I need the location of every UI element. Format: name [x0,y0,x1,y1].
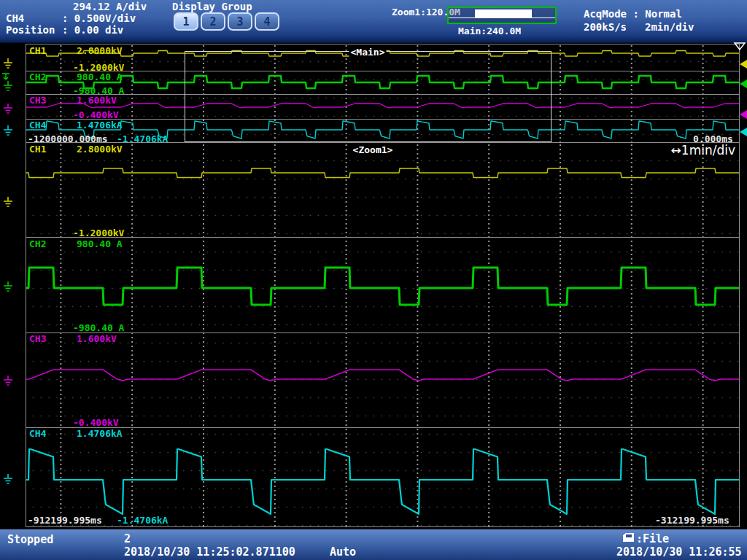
zoom-time-right: -312199.995ms [655,516,729,525]
channel-readout-name: CH4 [6,12,24,24]
zoom-ch2-name: CH2 [29,239,46,249]
main-ch3-bottom: -0.400kV [73,110,119,120]
zoom-ch2-bottom: -980.40 A [73,323,124,332]
trigger-position-arrow-icon[interactable] [733,42,746,51]
trigger-timestamp: 2018/10/30 11:25:02.871100 [124,545,295,559]
position-label: Position [6,24,55,36]
clock: 2018/10/30 11:26:55 [616,545,742,559]
ground-icon-ch3-zoom [2,376,14,386]
ch2-position-marker[interactable] [740,79,747,88]
zoom-timebase: ↔1min/div [671,143,735,158]
main-ch1-top: 2.8000kV [77,46,123,55]
ground-icon-ch4-zoom [2,474,14,485]
channel-scale-secondary: 294.12 A/div [73,1,147,12]
plot-left-border [26,44,26,527]
position-value: : 0.00 div [62,24,123,36]
zoom-bottom-border [26,526,739,527]
ch1-position-marker[interactable] [740,60,747,69]
zoom-sep-2 [26,332,739,333]
zoom-ch4-bottom: -1.4706kA [117,516,168,525]
main-timebase: 2min/div [645,21,694,33]
top-bar: 294.12 A/div CH4 : 0.500V/div Position :… [0,0,747,43]
display-group-title: Display Group [172,1,252,12]
ch4-position-marker[interactable] [740,128,747,136]
main-top-border [26,44,739,44]
zoom-waveforms [26,143,739,526]
zoom-ch1-bottom: -1.2000kV [73,228,124,238]
main-ch4-top: 1.4706kA [77,120,123,130]
scopecorder-screen: 294.12 A/div CH4 : 0.500V/div Position :… [0,0,747,560]
ground-icon-ch1-zoom [2,197,14,208]
zoom-indicator-midline [449,18,555,18]
zoom-ch2-top: 980.40 A [77,239,123,249]
main-view-title: <Main> [349,47,387,58]
main-ch4-name: CH4 [29,120,46,130]
file-label[interactable]: :File [636,532,669,545]
main-time-left: -1200000.000ms [28,134,108,144]
ground-icon-ch1-main [2,58,14,69]
main-length-label: Main:240.0M [458,26,521,36]
zoom-ch4-top: 1.4706kA [77,429,123,438]
display-group-button-1[interactable]: 1 [174,12,198,31]
zoom-ch1-top: 2.8000kV [77,144,123,154]
main-ch3-top: 1.600kV [77,96,117,105]
group-number: 2 [124,532,131,545]
file-icon [622,532,635,542]
zoom-position-indicator[interactable] [447,7,557,24]
ground-icon-ch3-main [2,104,14,114]
zoom-ch1-name: CH1 [29,144,46,154]
zoom-sep-3 [26,427,739,428]
trigger-mode: Auto [330,545,356,559]
zoom-view-title: <Zoom1> [352,144,395,155]
display-group-button-4[interactable]: 4 [255,12,279,31]
zoom-window-bar[interactable] [475,9,532,18]
zoom-ch4-name: CH4 [29,429,46,438]
display-group-button-2[interactable]: 2 [201,12,225,31]
display-group-button-3[interactable]: 3 [228,12,252,31]
zoom-time-left: -912199.995ms [28,516,102,525]
main-ch3-name: CH3 [29,96,46,105]
ch3-position-marker[interactable] [740,110,747,119]
ground-icon-ch4-main [2,125,14,136]
ground-icon-ch2-zoom [2,281,14,292]
ground-icon-ch2-main [2,81,14,92]
zoom-ch3-name: CH3 [29,334,46,343]
acq-mode: AcqMode : Normal [584,8,682,20]
main-ch1-name: CH1 [29,46,46,55]
sample-rate: 200kS/s [584,21,627,33]
zoom-sep-1 [26,237,739,238]
status-bar: Stopped 2 2018/10/30 11:25:02.871100 Aut… [0,529,747,560]
acquisition-state: Stopped [7,533,53,546]
main-ch2-name: CH2 [29,72,46,82]
zoom-ch3-bottom: -0.400kV [73,418,119,427]
zoom-window-rect[interactable] [185,51,551,142]
zoom-ch3-top: 1.600kV [77,334,117,343]
channel-readout-scale: : 0.500V/div [62,12,136,24]
main-ch2-top: 980.40 A [77,72,123,82]
main-ch4-bottom: -1.4706kA [117,134,168,144]
main-time-right: 0.000ms [693,134,733,144]
